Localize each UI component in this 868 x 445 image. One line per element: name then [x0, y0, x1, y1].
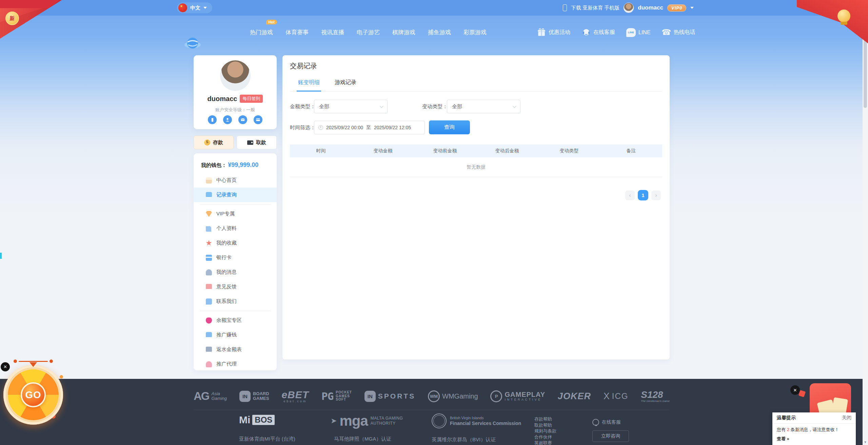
scrollbar-thumb[interactable] [864, 16, 867, 108]
phone-verify-icon[interactable] [208, 115, 217, 124]
notification-title: 温馨提示 [777, 415, 796, 421]
sidebar-item-records[interactable]: 记录查询 [194, 188, 277, 202]
search-button[interactable]: 查询 [429, 120, 470, 134]
coin-icon [204, 139, 210, 146]
provider-wm-gaming: WM WMGaming [428, 390, 478, 402]
email-verify-icon[interactable] [238, 115, 247, 124]
nav-item-live-casino[interactable]: 视讯直播 [321, 28, 344, 36]
footer-link-deposit-help[interactable]: 存款帮助 [534, 416, 556, 422]
wallet-icon [247, 140, 253, 145]
line-link[interactable]: LINE LINE [626, 28, 651, 37]
mibos-caption: 亚新体育由MI平台 (台湾) [239, 436, 295, 442]
vip-level-badge: VIP0 [667, 4, 686, 12]
footer-link-extra[interactable]: 英超联赛 [534, 440, 556, 445]
wheel-close-button[interactable]: ✕ [1, 362, 10, 371]
fsc-seal-icon [432, 413, 447, 428]
scroll-down-arrow[interactable]: ▾ [863, 440, 868, 444]
document-icon [206, 347, 212, 353]
col-before-amount: 变动前金额 [414, 144, 476, 157]
clock-icon [318, 125, 323, 130]
user-menu-chevron-icon[interactable] [690, 7, 694, 9]
bankcard-verify-icon[interactable] [254, 115, 262, 124]
page-footer: AG AsiaGaming IN BOARDGAMES eBETebet.com… [0, 379, 868, 445]
sidebar-item-favorites[interactable]: 我的收藏 [194, 236, 277, 250]
provider-pocket-games-soft: PG POCKETGAMESSOFT [321, 390, 352, 402]
nav-item-lottery[interactable]: 彩票游戏 [463, 28, 487, 36]
footer-link-partners[interactable]: 合作伙伴 [534, 434, 556, 440]
sidebar-item-vip[interactable]: VIP专属 [194, 207, 277, 221]
feedback-icon [206, 284, 212, 290]
col-change-amount: 变动金额 [352, 144, 414, 157]
bank-card-icon [206, 255, 212, 261]
next-page-button[interactable]: › [651, 191, 661, 200]
online-service-link[interactable]: 在线客服 [581, 28, 615, 37]
change-type-select[interactable]: 全部 [447, 100, 520, 113]
site-logo[interactable] [184, 35, 201, 52]
language-label: 中文 [190, 5, 200, 11]
provider-gameplay-interactive: P GAMEPLAYINTERACTIVE [490, 390, 545, 402]
wallet-label: 我的钱包： [201, 162, 226, 168]
promotions-link[interactable]: 优惠活动 [537, 28, 570, 37]
sidebar-item-profile[interactable]: 个人资料 [194, 221, 277, 236]
daily-signin-badge[interactable]: 每日签到 [240, 95, 263, 103]
time-range-input[interactable]: 2025/09/22 00:00 至 2025/09/22 12:05 [314, 121, 425, 134]
notification-close-link[interactable]: 关闭 [842, 415, 851, 421]
vip-diamond-icon [206, 211, 212, 217]
footer-service-label[interactable]: 在线客服 [602, 419, 621, 425]
board-games-icon: IN [239, 391, 251, 402]
user-avatar-large[interactable] [220, 60, 251, 91]
sidebar-item-yuebao[interactable]: 余额宝专区 [194, 313, 277, 328]
sidebar-item-feedback[interactable]: 意见反馈 [194, 279, 277, 294]
home-icon [206, 177, 212, 183]
topbar-username[interactable]: duomacc [638, 4, 663, 11]
download-app-link[interactable]: 下载 亚新体育 手机版 [571, 5, 619, 11]
gift-icon [537, 28, 546, 37]
wheel-go-button[interactable]: GO [21, 382, 46, 407]
notification-header: 温馨提示 关闭 [772, 412, 856, 424]
nav-item-slots[interactable]: 电子游艺 [357, 28, 380, 36]
tab-account-changes[interactable]: 账变明细 [297, 76, 321, 92]
user-avatar[interactable] [624, 3, 634, 13]
records-icon [206, 192, 212, 198]
nav-item-board-games[interactable]: 棋牌游戏 [392, 28, 415, 36]
scroll-up-arrow[interactable]: ▴ [863, 1, 868, 5]
tab-game-records[interactable]: 游戏记录 [333, 76, 358, 92]
lucky-wheel-promo[interactable]: GO [3, 365, 63, 425]
current-page-button[interactable]: 1 [638, 190, 648, 200]
time-to-value: 2025/09/22 12:05 [374, 125, 411, 130]
sidebar-item-promote-earn[interactable]: 推广赚钱 [194, 328, 277, 342]
sidebar-item-bankcard[interactable]: 银行卡 [194, 250, 277, 265]
customer-service-icon [581, 28, 591, 37]
identity-verify-icon[interactable] [223, 115, 232, 124]
hotline-link[interactable]: 热线电话 [662, 28, 695, 37]
sidebar-item-rebate-table[interactable]: 返水金额表 [194, 342, 277, 357]
sidebar-item-center-home[interactable]: 中心首页 [194, 173, 277, 188]
footer-link-rules-terms[interactable]: 规则与条款 [534, 428, 556, 434]
deposit-button[interactable]: 存款 [194, 136, 234, 149]
menu-divider [200, 204, 271, 205]
provider-asia-gaming: AG AsiaGaming [194, 390, 227, 403]
sidebar-item-contact-us[interactable]: 联系我们 [194, 294, 277, 309]
wheel-ornament-dot [14, 360, 17, 363]
withdraw-button[interactable]: 取款 [237, 136, 277, 149]
language-selector[interactable]: 中文 [177, 2, 212, 13]
view-messages-link[interactable]: 查看 » [777, 436, 789, 442]
provider-in-sports: IN SPORTS [364, 391, 415, 402]
amount-type-select[interactable]: 全部 [314, 100, 388, 113]
provider-icg: X ICG [604, 391, 629, 402]
profile-name-row: duomacc 每日签到 [194, 95, 277, 103]
sidebar-card: 我的钱包： ¥99,999.00 中心首页 记录查询 VIP专属 个人资料 我的… [194, 153, 277, 370]
consult-now-button[interactable]: 立即咨询 [592, 430, 629, 442]
nav-item-fishing[interactable]: 捕鱼游戏 [428, 28, 451, 36]
contact-icon [206, 298, 212, 305]
mga-logo: ➤ mga MALTA GAMINGAUTHORITY [331, 413, 403, 429]
promo-close-button[interactable]: ✕ [790, 385, 800, 395]
menu-divider [200, 311, 271, 311]
prev-page-button[interactable]: ‹ [625, 191, 635, 200]
sidebar-item-messages[interactable]: 我的消息 [194, 265, 277, 279]
nav-item-hot-games[interactable]: Hot 热门游戏 [250, 28, 273, 36]
tab-bar: 账变明细 游戏记录 [290, 76, 662, 92]
footer-link-withdraw-help[interactable]: 取款帮助 [534, 422, 556, 428]
sidebar-item-agent[interactable]: 推广代理 [194, 357, 277, 370]
nav-item-sports[interactable]: 体育赛事 [285, 28, 309, 36]
